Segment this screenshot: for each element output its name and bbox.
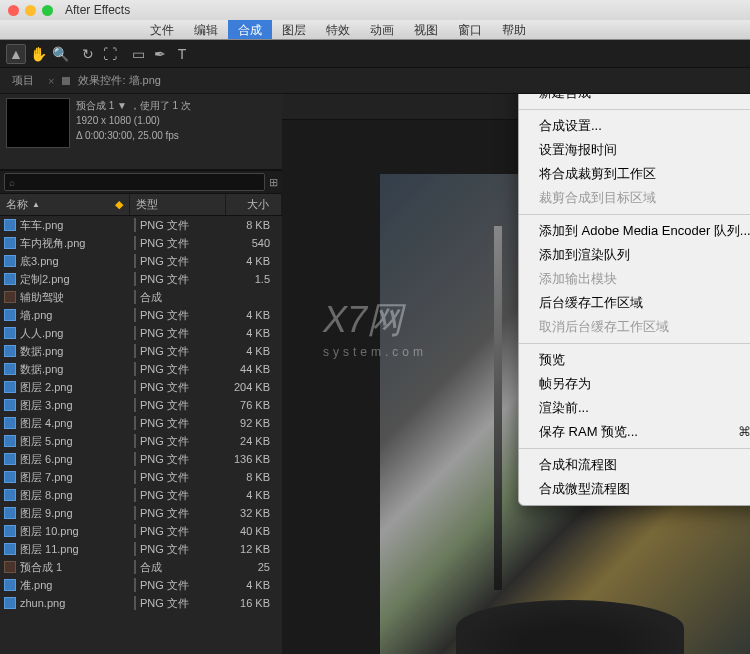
menu-6[interactable]: 视图 xyxy=(404,20,448,39)
file-row[interactable]: 墙.pngPNG 文件4 KB xyxy=(0,306,282,324)
text-tool[interactable]: T xyxy=(172,44,192,64)
menu-7[interactable]: 窗口 xyxy=(448,20,492,39)
file-row[interactable]: 图层 5.pngPNG 文件24 KB xyxy=(0,432,282,450)
file-row[interactable]: 人人.pngPNG 文件4 KB xyxy=(0,324,282,342)
menu-item[interactable]: 帧另存为▶ xyxy=(519,372,750,396)
file-row[interactable]: 车车.pngPNG 文件8 KB xyxy=(0,216,282,234)
menu-item[interactable]: 预览▶ xyxy=(519,348,750,372)
titlebar: After Effects xyxy=(0,0,750,20)
file-row[interactable]: 底3.pngPNG 文件4 KB xyxy=(0,252,282,270)
minimize-icon[interactable] xyxy=(25,5,36,16)
file-row[interactable]: 辅助驾驶合成 xyxy=(0,288,282,306)
file-row[interactable]: 图层 4.pngPNG 文件92 KB xyxy=(0,414,282,432)
comp-thumb[interactable] xyxy=(6,98,70,148)
menu-item[interactable]: 将合成裁剪到工作区 xyxy=(519,162,750,186)
comp-dims: 1920 x 1080 (1.00) xyxy=(76,113,276,128)
menu-1[interactable]: 编辑 xyxy=(184,20,228,39)
search-icon: ⌕ xyxy=(9,177,15,188)
file-icon xyxy=(4,237,16,249)
app-title: After Effects xyxy=(65,3,130,17)
col-type[interactable]: 类型 xyxy=(130,194,226,215)
menu-item: 取消后台缓存工作区域 xyxy=(519,315,750,339)
zoom-icon[interactable] xyxy=(42,5,53,16)
file-icon xyxy=(4,309,16,321)
file-icon xyxy=(4,345,16,357)
menu-8[interactable]: 帮助 xyxy=(492,20,536,39)
file-icon xyxy=(4,399,16,411)
file-icon xyxy=(4,273,16,285)
search-input[interactable]: ⌕ xyxy=(4,173,265,191)
file-icon xyxy=(4,435,16,447)
menu-item[interactable]: 合成设置...⌘K xyxy=(519,114,750,138)
file-row[interactable]: 数据.pngPNG 文件4 KB xyxy=(0,342,282,360)
menu-4[interactable]: 特效 xyxy=(316,20,360,39)
menu-item[interactable]: 保存 RAM 预览...⌘数字小键盘 0 xyxy=(519,420,750,444)
file-row[interactable]: 车内视角.pngPNG 文件540 xyxy=(0,234,282,252)
file-icon xyxy=(4,525,16,537)
file-icon xyxy=(4,453,16,465)
file-icon xyxy=(4,579,16,591)
menu-2[interactable]: 合成 xyxy=(228,20,272,39)
pen-tool[interactable]: ✒ xyxy=(150,44,170,64)
file-list[interactable]: 车车.pngPNG 文件8 KB车内视角.pngPNG 文件540底3.pngP… xyxy=(0,216,282,654)
rect-tool[interactable]: ▭ xyxy=(128,44,148,64)
file-icon xyxy=(4,327,16,339)
camera-tool[interactable]: ⛶ xyxy=(100,44,120,64)
grid-icon[interactable]: ⊞ xyxy=(269,176,278,189)
file-row[interactable]: 图层 9.pngPNG 文件32 KB xyxy=(0,504,282,522)
close-icon[interactable] xyxy=(8,5,19,16)
rotate-tool[interactable]: ↻ xyxy=(78,44,98,64)
comp-duration: Δ 0:00:30:00, 25.00 fps xyxy=(76,128,276,143)
file-row[interactable]: 图层 7.pngPNG 文件8 KB xyxy=(0,468,282,486)
file-row[interactable]: 数据.pngPNG 文件44 KB xyxy=(0,360,282,378)
file-icon xyxy=(4,255,16,267)
menu-item[interactable]: 渲染前... xyxy=(519,396,750,420)
file-icon xyxy=(4,417,16,429)
file-row[interactable]: 图层 3.pngPNG 文件76 KB xyxy=(0,396,282,414)
effect-controls-tab[interactable]: 效果控件: 墙.png xyxy=(78,73,161,88)
search-row: ⌕ ⊞ xyxy=(0,170,282,194)
menu-item[interactable]: 新建合成⌘N xyxy=(519,94,750,105)
project-tab[interactable]: 项目 xyxy=(6,71,40,90)
file-row[interactable]: 图层 10.pngPNG 文件40 KB xyxy=(0,522,282,540)
file-row[interactable]: 定制2.pngPNG 文件1.5 xyxy=(0,270,282,288)
hand-tool[interactable]: ✋ xyxy=(28,44,48,64)
viewer-panel: 素材: (无) 新建合成⌘N合成设置...⌘K设置海报时间将合成裁剪到工作区裁剪… xyxy=(282,94,750,654)
file-icon xyxy=(4,597,16,609)
file-icon xyxy=(4,543,16,555)
menu-item[interactable]: 添加到 Adobe Media Encoder 队列...⌥⌘M xyxy=(519,219,750,243)
menu-item[interactable]: 合成和流程图⇧⌘F11 xyxy=(519,453,750,477)
file-row[interactable]: 图层 2.pngPNG 文件204 KB xyxy=(0,378,282,396)
file-row[interactable]: 图层 11.pngPNG 文件12 KB xyxy=(0,540,282,558)
file-row[interactable]: 预合成 1合成25 xyxy=(0,558,282,576)
comp-info: 预合成 1 ▼ ，使用了 1 次 1920 x 1080 (1.00) Δ 0:… xyxy=(0,94,282,170)
composition-icon xyxy=(4,291,16,303)
comp-name: 预合成 1 ▼ ，使用了 1 次 xyxy=(76,98,276,113)
file-icon xyxy=(4,381,16,393)
toolbar: ▲ ✋ 🔍 ↻ ⛶ ▭ ✒ T xyxy=(0,40,750,68)
menu-item[interactable]: 合成微型流程图⇥ xyxy=(519,477,750,501)
window-controls xyxy=(8,5,53,16)
col-name[interactable]: 名称▲ ◆ xyxy=(0,194,130,215)
menu-5[interactable]: 动画 xyxy=(360,20,404,39)
file-row[interactable]: zhun.pngPNG 文件16 KB xyxy=(0,594,282,612)
composition-icon xyxy=(4,561,16,573)
zoom-tool[interactable]: 🔍 xyxy=(50,44,70,64)
file-row[interactable]: 图层 6.pngPNG 文件136 KB xyxy=(0,450,282,468)
file-icon xyxy=(4,507,16,519)
menu-item[interactable]: 添加到渲染队列^⌘M xyxy=(519,243,750,267)
project-panel: 预合成 1 ▼ ，使用了 1 次 1920 x 1080 (1.00) Δ 0:… xyxy=(0,94,282,654)
menu-item[interactable]: 设置海报时间 xyxy=(519,138,750,162)
col-size[interactable]: 大小 xyxy=(226,194,282,215)
list-header: 名称▲ ◆ 类型 大小 xyxy=(0,194,282,216)
file-row[interactable]: 图层 8.pngPNG 文件4 KB xyxy=(0,486,282,504)
file-icon xyxy=(4,489,16,501)
menu-3[interactable]: 图层 xyxy=(272,20,316,39)
panel-tabs: 项目 × 效果控件: 墙.png xyxy=(0,68,750,94)
menu-item[interactable]: 后台缓存工作区域⌘↩ xyxy=(519,291,750,315)
menu-0[interactable]: 文件 xyxy=(140,20,184,39)
file-row[interactable]: 准.pngPNG 文件4 KB xyxy=(0,576,282,594)
menu-item: 裁剪合成到目标区域 xyxy=(519,186,750,210)
selection-tool[interactable]: ▲ xyxy=(6,44,26,64)
file-icon xyxy=(4,363,16,375)
